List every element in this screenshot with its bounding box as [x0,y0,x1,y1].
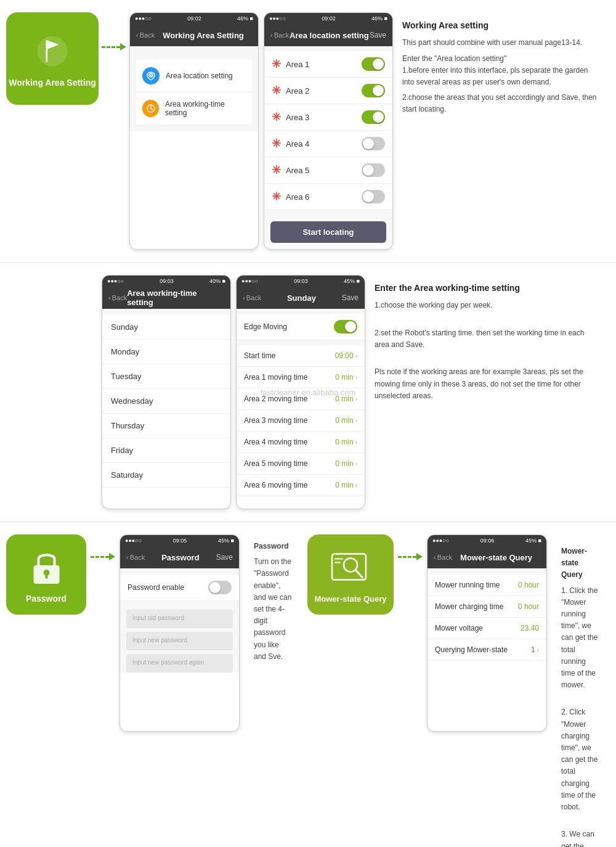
new-password-placeholder: Input new password [126,632,233,649]
back-button[interactable]: ‹ Back [136,31,155,39]
weekday-item[interactable]: Sunday [102,315,230,340]
mower-row-value: 1 › [531,645,539,654]
nav-title: Area working-time setting [127,288,224,307]
mower-icon-box: Mower-state Query [307,534,394,615]
mower-text-2: 2. Click "Mower charging time", we can g… [561,706,601,813]
arrow-1 [99,43,129,51]
area-toggle[interactable] [362,137,385,150]
status-bar: ●●●○○ 09:03 40% ■ [102,276,230,287]
chevron-icon: › [355,396,357,403]
phone-body: Edge Moving Start time 09:00 › Area 1 mo… [237,309,365,496]
phone-body: Password enable Input old password Input… [120,568,239,673]
status-bar: ●●●○○ 09:02 46% ■ [264,13,392,24]
phone-nav: ‹ Back Sunday Save [237,287,365,309]
chevron-icon: › [355,417,357,424]
save-button[interactable]: Save [342,293,359,302]
menu-item-label: Area location setting [166,72,233,80]
weekday-item[interactable]: Thursday [102,414,230,438]
mower-title: Mower-state Query [561,546,601,581]
start-locating-button[interactable]: Start locating [270,221,386,243]
back-button[interactable]: ‹ Back [108,294,127,301]
area-toggle[interactable] [362,163,385,177]
weekday-item[interactable]: Wednesday [102,389,230,414]
mower-phone: ●●●○○ 09:06 45% ■ ‹ Back Mower-state Que… [427,534,547,732]
mower-icon-label: Mower-state Query [314,594,386,604]
area-toggle[interactable] [362,110,385,124]
new-password-field[interactable]: Input new password [126,632,233,650]
area-item[interactable]: ✳ Area 3 [264,104,392,131]
password-enable-toggle[interactable] [208,581,232,594]
password-enable-label: Password enable [128,583,184,592]
menu-item-working-time[interactable]: Area working-time setting [136,92,252,125]
password-phone: ●●●○○ 09:05 45% ■ ‹ Back Password Save P… [120,534,240,732]
old-password-field[interactable]: Input old password [126,610,233,628]
area-name: Area 4 [286,139,309,149]
setting-row[interactable]: Start time 09:00 › [237,345,365,367]
area-item[interactable]: ✳ Area 6 [264,184,392,210]
mower-query-row[interactable]: Mower running time 0 hour [428,575,546,596]
sunday-settings-list: Start time 09:00 › Area 1 moving time 0 … [237,345,365,496]
confirm-password-field[interactable]: Input new password again [126,654,233,673]
asterisk-icon: ✳ [272,84,281,97]
weekday-item[interactable]: Friday [102,438,230,463]
back-button[interactable]: ‹ Back [270,31,289,39]
setting-row[interactable]: Area 6 moving time 0 min › [237,475,365,496]
back-button[interactable]: ‹ Back [434,554,452,561]
area-toggle[interactable] [362,57,385,71]
weekday-item[interactable]: Saturday [102,463,230,488]
old-password-placeholder: Input old password [126,610,233,626]
asterisk-icon: ✳ [272,163,281,177]
chevron-icon: › [537,647,539,653]
password-text-body: Turn on the "Password enable", and we ca… [254,556,293,663]
section-working-time: ●●●○○ 09:03 40% ■ ‹ Back Area working-ti… [0,263,616,522]
mower-text-3: 3. We can get the voltage of the robot. [561,829,601,847]
mower-text-1: 1. Click the "Mower running time", we ca… [561,585,601,692]
phones-section2: ●●●○○ 09:03 40% ■ ‹ Back Area working-ti… [102,275,365,509]
back-button[interactable]: ‹ Back [243,294,261,301]
setting-row[interactable]: Area 5 moving time 0 min › [237,453,365,475]
status-bar: ●●●○○ 09:02 46% ■ [130,13,258,24]
weekday-item[interactable]: Monday [102,340,230,364]
svg-rect-8 [46,574,48,579]
area-toggle[interactable] [362,84,385,97]
lock-icon [25,546,68,589]
weekday-item[interactable]: Tuesday [102,364,230,389]
area-toggle[interactable] [362,190,385,203]
nav-title: Sunday [287,293,316,303]
password-text-panel: Password Turn on the "Password enable", … [245,534,302,673]
area-item[interactable]: ✳ Area 2 [264,78,392,104]
phone-nav: ‹ Back Password Save [120,546,239,568]
phone1-section2: ●●●○○ 09:03 40% ■ ‹ Back Area working-ti… [102,275,231,509]
save-button[interactable]: Save [370,31,386,39]
status-bar: ●●●○○ 09:05 45% ■ [120,535,239,546]
edge-moving-toggle[interactable] [334,320,357,333]
mower-query-row[interactable]: Mower voltage 23.40 [428,618,546,639]
text-instruction3: Pls note if the working areas are for ex… [375,366,601,402]
nav-title: Mower-state Query [460,553,532,562]
setting-label: Start time [244,351,275,360]
menu-item-label: Area working-time setting [165,100,246,117]
area-item[interactable]: ✳ Area 1 [264,51,392,78]
mower-query-row[interactable]: Querying Mower-state 1 › [428,639,546,661]
status-right: 46% ■ [237,15,253,22]
text-instruction2: 2.set the Robot's starting time. then se… [375,327,601,351]
area-item[interactable]: ✳ Area 5 [264,157,392,184]
confirm-password-placeholder: Input new password again [126,654,233,671]
clock-icon [142,100,159,117]
svg-point-10 [344,558,357,571]
setting-label: Area 3 moving time [244,416,307,425]
save-button[interactable]: Save [216,553,233,562]
phone-nav: ‹ Back Area working-time setting [102,287,230,309]
setting-row[interactable]: Area 3 moving time 0 min › [237,410,365,432]
area-item[interactable]: ✳ Area 4 [264,131,392,157]
phones-section1: ●●●○○ 09:02 46% ■ ‹ Back Working Area Se… [129,12,393,250]
menu-item-area-location[interactable]: Area location setting [136,60,252,92]
text-title: Working Area setting [402,18,601,32]
status-right: 46% ■ [371,15,387,22]
mower-query-row[interactable]: Mower charging time 0 hour [428,596,546,618]
setting-row[interactable]: Area 1 moving time 0 min › [237,367,365,388]
setting-row[interactable]: Area 2 moving time 0 min › [237,388,365,410]
phone-nav: ‹ Back Area location setting Save [264,24,392,46]
setting-row[interactable]: Area 4 moving time 0 min › [237,432,365,453]
back-button[interactable]: ‹ Back [126,554,145,561]
